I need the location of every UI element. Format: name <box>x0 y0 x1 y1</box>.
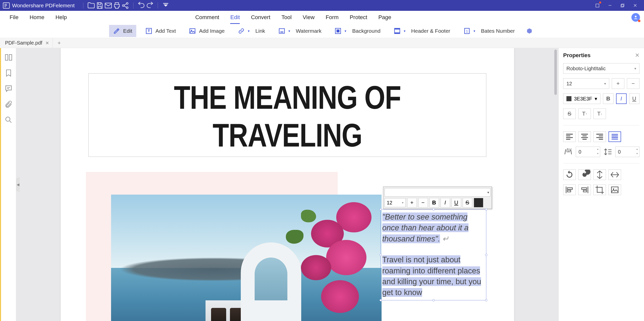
selected-text-block[interactable]: "Better to see something once than hear … <box>381 209 486 300</box>
menu-form[interactable]: Form <box>320 11 344 24</box>
strikethrough-button[interactable]: S <box>563 109 576 119</box>
bates-dropdown-icon[interactable]: ▾ <box>473 29 478 33</box>
attachments-icon[interactable] <box>4 100 13 109</box>
line-spacing-input[interactable]: 0▴▾ <box>615 147 640 157</box>
background-button[interactable]: ▾ Background <box>330 25 384 37</box>
thumbnails-icon[interactable] <box>4 53 13 62</box>
resize-handle[interactable] <box>485 299 487 301</box>
undo-icon[interactable] <box>137 1 146 10</box>
divider <box>563 125 639 125</box>
background-icon <box>334 27 342 34</box>
increase-font-button[interactable]: + <box>612 78 624 89</box>
rotate-cw-button[interactable] <box>578 169 591 180</box>
menu-page[interactable]: Page <box>373 11 397 24</box>
search-icon[interactable] <box>4 116 13 124</box>
print-icon[interactable] <box>113 1 121 10</box>
collapse-sidebar-icon[interactable]: ◂ <box>16 177 20 192</box>
decrease-font-button[interactable]: − <box>627 78 639 89</box>
bookmarks-icon[interactable] <box>4 69 13 77</box>
link-button[interactable]: ▾ Link <box>234 25 269 37</box>
float-increase-size[interactable]: + <box>407 198 417 207</box>
title-textbox[interactable]: THE MEANING OF TRAVELING <box>88 73 486 157</box>
rotate-ccw-button[interactable] <box>563 169 576 180</box>
floating-format-toolbar[interactable]: ▾ 12▾ + − B I U S <box>383 187 492 209</box>
underline-button[interactable]: U <box>629 93 639 104</box>
font-family-select[interactable]: Roboto-LightItalic▾ <box>563 63 639 74</box>
close-button[interactable] <box>629 0 641 11</box>
replace-image-button[interactable] <box>608 185 621 195</box>
watermark-dropdown-icon[interactable]: ▾ <box>288 29 293 33</box>
resize-handle[interactable] <box>432 299 435 301</box>
align-center-button[interactable] <box>578 131 591 142</box>
user-avatar[interactable] <box>631 13 640 22</box>
minimize-button[interactable] <box>604 0 616 11</box>
resize-handle[interactable] <box>380 299 382 301</box>
save-icon[interactable] <box>95 1 104 10</box>
resize-handle[interactable] <box>380 254 382 256</box>
document-tab[interactable]: PDF-Sample.pdf ✕ <box>2 38 53 48</box>
resize-handle[interactable] <box>380 208 382 210</box>
dropdown-icon[interactable] <box>161 1 170 10</box>
menu-tool[interactable]: Tool <box>276 11 297 24</box>
comments-icon[interactable] <box>4 84 13 93</box>
body-paragraph[interactable]: Travel is not just about roaming into di… <box>382 254 485 298</box>
maximize-button[interactable] <box>616 0 629 11</box>
float-color-button[interactable] <box>474 198 483 207</box>
align-objects-left-button[interactable] <box>563 185 576 195</box>
main-area: ◂ THE MEANING OF TRAVELING <box>0 48 644 321</box>
share-icon[interactable] <box>121 1 130 10</box>
menu-edit[interactable]: Edit <box>225 11 245 24</box>
add-tab-button[interactable]: + <box>55 39 63 47</box>
redo-icon[interactable] <box>146 1 154 10</box>
flip-vertical-button[interactable] <box>593 169 606 180</box>
float-bold-button[interactable]: B <box>429 198 439 207</box>
menu-home[interactable]: Home <box>24 11 50 24</box>
vertical-scrollbar[interactable] <box>554 50 557 95</box>
tab-close-icon[interactable]: ✕ <box>45 40 49 46</box>
menu-help[interactable]: Help <box>50 11 72 24</box>
add-text-button[interactable]: Add Text <box>141 25 180 37</box>
align-left-button[interactable] <box>563 131 576 142</box>
font-size-select[interactable]: 12▾ <box>563 78 609 89</box>
add-image-button[interactable]: Add Image <box>185 25 229 37</box>
background-dropdown-icon[interactable]: ▾ <box>345 29 349 33</box>
notifications-button[interactable] <box>591 0 604 11</box>
header-footer-dropdown-icon[interactable]: ▾ <box>404 29 408 33</box>
header-footer-button[interactable]: ▾ Header & Footer <box>390 25 454 37</box>
float-underline-button[interactable]: U <box>452 198 461 207</box>
float-font-select[interactable]: ▾ <box>385 188 490 197</box>
align-right-button[interactable] <box>593 131 606 142</box>
subscript-button[interactable]: T↓ <box>593 109 606 119</box>
float-font-size[interactable]: 12▾ <box>385 198 406 207</box>
flip-horizontal-button[interactable] <box>608 169 621 180</box>
mail-icon[interactable] <box>104 1 113 10</box>
superscript-button[interactable]: T↑ <box>578 109 591 119</box>
italic-button[interactable]: I <box>616 93 627 104</box>
link-dropdown-icon[interactable]: ▾ <box>248 29 252 33</box>
watermark-button[interactable]: ▾ Watermark <box>274 25 326 37</box>
resize-handle[interactable] <box>485 208 487 210</box>
open-folder-icon[interactable] <box>87 1 95 10</box>
menu-comment[interactable]: Comment <box>190 11 225 24</box>
document-canvas[interactable]: ◂ THE MEANING OF TRAVELING <box>16 48 558 321</box>
float-italic-button[interactable]: I <box>440 198 450 207</box>
char-spacing-input[interactable]: 0▴▾ <box>576 147 600 157</box>
align-objects-right-button[interactable] <box>578 185 591 195</box>
bold-button[interactable]: B <box>603 93 613 104</box>
menu-file[interactable]: File <box>4 11 24 24</box>
menu-convert[interactable]: Convert <box>245 11 276 24</box>
edit-mode-button[interactable]: Edit <box>109 25 136 37</box>
menu-protect[interactable]: Protect <box>344 11 373 24</box>
quote-paragraph[interactable]: "Better to see something once than hear … <box>382 211 485 244</box>
align-justify-button[interactable] <box>608 131 621 142</box>
properties-close-icon[interactable]: ✕ <box>635 52 639 59</box>
more-button[interactable] <box>524 25 535 37</box>
resize-handle[interactable] <box>432 208 435 210</box>
bates-number-button[interactable]: 1 ▾ Bates Number <box>459 25 519 37</box>
font-color-select[interactable]: 3E3E3F▾ <box>563 93 600 104</box>
resize-handle[interactable] <box>485 254 487 256</box>
menu-view[interactable]: View <box>297 11 320 24</box>
crop-button[interactable] <box>593 185 606 195</box>
float-strike-button[interactable]: S <box>463 198 472 207</box>
float-decrease-size[interactable]: − <box>418 198 428 207</box>
